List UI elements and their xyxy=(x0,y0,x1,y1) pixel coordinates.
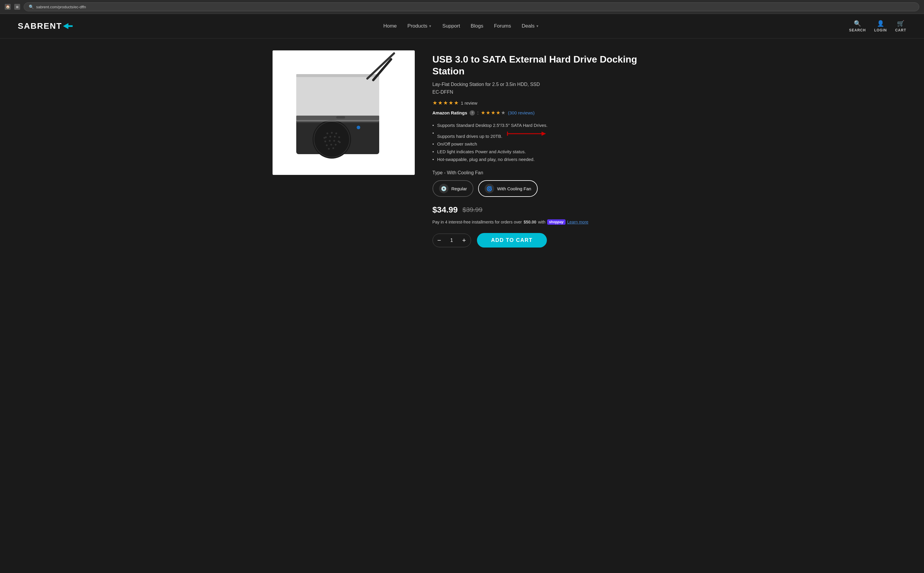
svg-point-12 xyxy=(325,141,326,142)
cart-row: − 1 + ADD TO CART xyxy=(432,233,652,247)
rating-row: ★ ★ ★ ★ ★ 1 review xyxy=(432,100,652,106)
home-icon[interactable]: 🏠 xyxy=(5,4,11,10)
product-image xyxy=(273,50,415,175)
product-subtitle: Lay-Flat Docking Station for 2.5 or 3.5i… xyxy=(432,82,652,87)
type-options: 💿 Regular 🌀 With Cooling Fan xyxy=(432,180,652,197)
amazon-star-3: ★ xyxy=(491,110,495,116)
shop-pay-text: Pay in 4 interest-free installments for … xyxy=(432,220,522,224)
search-action[interactable]: 🔍 SEARCH xyxy=(849,20,866,32)
star-2: ★ xyxy=(438,100,443,106)
svg-rect-29 xyxy=(336,116,345,119)
features-list: Supports Standard Desktop 2.5"/3.5" SATA… xyxy=(432,122,652,163)
colon: : xyxy=(477,110,478,116)
amazon-stars: ★ ★ ★ ★ ★ xyxy=(481,110,506,116)
price-original: $39.99 xyxy=(462,206,482,214)
svg-point-19 xyxy=(328,148,330,150)
logo[interactable]: SABRENT xyxy=(18,21,73,31)
cooling-fan-icon: 🌀 xyxy=(485,184,494,193)
svg-point-10 xyxy=(334,136,336,138)
url-text: sabrent.com/products/ec-dffn xyxy=(36,5,86,9)
url-bar[interactable]: 🔍 sabrent.com/products/ec-dffn xyxy=(24,2,919,11)
url-search-icon: 🔍 xyxy=(29,5,34,9)
svg-point-7 xyxy=(336,133,337,134)
login-icon: 👤 xyxy=(877,20,884,27)
review-count[interactable]: 1 review xyxy=(461,100,478,105)
header-actions: 🔍 SEARCH 👤 LOGIN 🛒 CART xyxy=(849,20,906,32)
type-regular-label: Regular xyxy=(451,186,467,191)
star-rating: ★ ★ ★ ★ ★ xyxy=(432,100,459,106)
star-5: ★ xyxy=(454,100,459,106)
svg-point-22 xyxy=(339,141,341,143)
quantity-increase-button[interactable]: + xyxy=(458,234,471,247)
amazon-star-4: ★ xyxy=(496,110,500,116)
type-cooling-fan-label: With Cooling Fan xyxy=(497,186,531,191)
red-arrow-annotation xyxy=(506,130,548,138)
type-regular[interactable]: 💿 Regular xyxy=(432,180,474,197)
nav-products[interactable]: Products ▼ xyxy=(407,23,432,29)
star-1: ★ xyxy=(432,100,437,106)
feature-1: Supports Standard Desktop 2.5"/3.5" SATA… xyxy=(432,122,652,129)
nav-home[interactable]: Home xyxy=(383,23,397,29)
svg-point-5 xyxy=(326,133,328,134)
price-row: $34.99 $39.99 xyxy=(432,205,652,214)
cart-icon: 🛒 xyxy=(897,20,904,27)
type-label: Type - With Cooling Fan xyxy=(432,170,652,175)
product-illustration xyxy=(273,50,415,175)
svg-rect-25 xyxy=(296,74,379,77)
product-details: USB 3.0 to SATA External Hard Drive Dock… xyxy=(432,50,652,247)
deals-chevron-icon: ▼ xyxy=(535,24,539,28)
help-icon[interactable]: ? xyxy=(470,110,475,116)
amazon-reviews[interactable]: (300 reviews) xyxy=(508,110,534,115)
regular-icon: 💿 xyxy=(439,184,448,193)
search-label: SEARCH xyxy=(849,28,866,32)
search-icon: 🔍 xyxy=(854,20,861,27)
svg-point-20 xyxy=(332,147,334,149)
tabs-icon[interactable]: ⊞ xyxy=(14,4,20,10)
feature-3: On/Off power switch xyxy=(432,141,652,148)
feature-4: LED light indicates Power and Activity s… xyxy=(432,148,652,155)
cart-action[interactable]: 🛒 CART xyxy=(895,20,906,32)
nav-support[interactable]: Support xyxy=(442,23,460,29)
nav-blogs[interactable]: Blogs xyxy=(471,23,484,29)
login-action[interactable]: 👤 LOGIN xyxy=(874,20,887,32)
amazon-star-2: ★ xyxy=(486,110,490,116)
quantity-decrease-button[interactable]: − xyxy=(433,234,446,247)
svg-rect-24 xyxy=(296,74,379,122)
svg-point-9 xyxy=(329,136,331,138)
price-current: $34.99 xyxy=(432,205,458,214)
svg-point-23 xyxy=(357,126,360,129)
products-chevron-icon: ▼ xyxy=(428,24,432,28)
svg-point-3 xyxy=(312,120,351,158)
site-header: SABRENT Home Products ▼ Support Blogs Fo… xyxy=(0,14,924,39)
shop-pay-amount: $50.00 xyxy=(523,220,536,224)
shop-pay-badge: shoppay xyxy=(547,219,565,225)
svg-marker-31 xyxy=(542,132,546,136)
browser-chrome: 🏠 ⊞ 🔍 sabrent.com/products/ec-dffn xyxy=(0,0,924,14)
type-cooling-fan[interactable]: 🌀 With Cooling Fan xyxy=(478,180,538,197)
svg-point-18 xyxy=(335,144,337,146)
amazon-label: Amazon Ratings xyxy=(432,110,467,115)
main-content: USB 3.0 to SATA External Hard Drive Dock… xyxy=(255,39,670,259)
shop-pay-with: with xyxy=(538,220,545,224)
cart-label: CART xyxy=(895,28,906,32)
svg-point-14 xyxy=(333,140,335,142)
learn-more-link[interactable]: Learn more xyxy=(567,220,588,224)
star-3: ★ xyxy=(443,100,448,106)
amazon-star-half: ★ xyxy=(501,110,506,116)
login-label: LOGIN xyxy=(874,28,887,32)
shop-pay-row: Pay in 4 interest-free installments for … xyxy=(432,219,652,225)
nav-forums[interactable]: Forums xyxy=(494,23,511,29)
amazon-star-1: ★ xyxy=(481,110,485,116)
quantity-control: − 1 + xyxy=(432,233,471,247)
star-4: ★ xyxy=(448,100,453,106)
main-nav: Home Products ▼ Support Blogs Forums Dea… xyxy=(383,23,539,29)
svg-point-21 xyxy=(323,137,325,139)
nav-deals[interactable]: Deals ▼ xyxy=(522,23,539,29)
feature-5: Hot-swappable, plug and play, no drivers… xyxy=(432,156,652,163)
feature-2: Supports hard drives up to 20TB. xyxy=(432,130,652,140)
svg-point-17 xyxy=(330,144,332,146)
svg-point-16 xyxy=(326,144,328,146)
amazon-rating-row: Amazon Ratings ? : ★ ★ ★ ★ ★ (300 review… xyxy=(432,110,652,116)
add-to-cart-button[interactable]: ADD TO CART xyxy=(477,233,547,247)
product-image-container xyxy=(273,50,415,175)
